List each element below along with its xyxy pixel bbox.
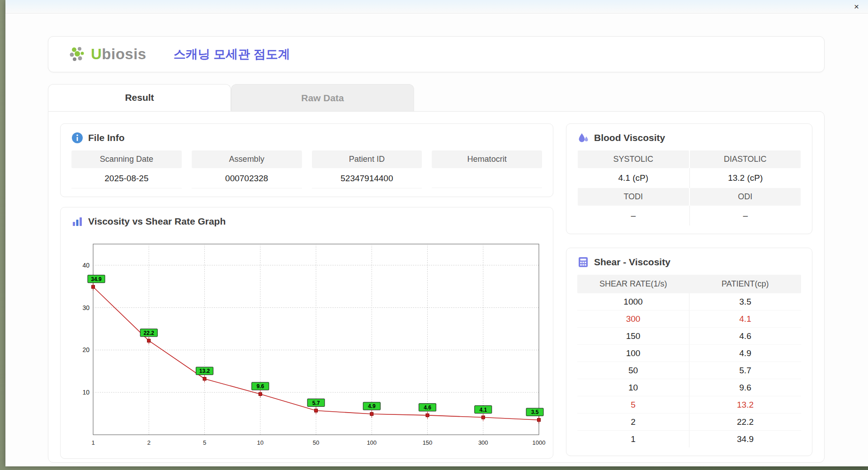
table-row: 222.2 — [577, 414, 801, 431]
tab-result[interactable]: Result — [48, 84, 231, 111]
point-label: 4.6 — [424, 404, 431, 411]
chart-point — [147, 339, 151, 342]
field-value — [432, 168, 542, 188]
todi-value: – — [577, 206, 689, 226]
graph-panel: Viscosity vs Shear Rate Graph 1020304012… — [60, 207, 553, 459]
todi-header: TODI — [578, 188, 689, 206]
patient-viscosity-cell: 4.9 — [689, 345, 801, 362]
odi-header: ODI — [690, 188, 801, 206]
field-value: 000702328 — [192, 168, 302, 188]
x-tick-label: 300 — [478, 439, 488, 446]
shear-rate-cell: 100 — [577, 345, 689, 362]
patient-viscosity-cell: 4.6 — [689, 328, 801, 344]
point-label: 9.6 — [256, 383, 264, 390]
tab-bar: Result Raw Data — [48, 84, 825, 111]
point-label: 13.2 — [199, 368, 210, 374]
chart-point — [203, 377, 206, 381]
shear-viscosity-panel: Shear - Viscosity SHEAR RATE(1/s) PATIEN… — [566, 248, 812, 456]
left-column: File Info Scanning Date2025-08-25Assembl… — [60, 123, 553, 451]
table-row: 3004.1 — [577, 310, 801, 328]
blood-viscosity-title: Blood Viscosity — [577, 132, 801, 144]
tab-raw-data[interactable]: Raw Data — [231, 84, 414, 111]
shear-rate-cell: 1 — [577, 431, 689, 447]
point-label: 4.1 — [479, 407, 487, 413]
x-tick-label: 2 — [147, 439, 151, 446]
y-tick-label: 10 — [82, 389, 90, 396]
field-label: Patient ID — [312, 150, 422, 168]
chart-point — [481, 416, 485, 419]
table-row: 513.2 — [577, 396, 801, 414]
diastolic-header: DIASTOLIC — [690, 150, 801, 168]
patient-column-header: PATIENT(cp) — [689, 275, 802, 293]
patient-viscosity-cell: 13.2 — [689, 396, 801, 413]
file-info-field: Scanning Date2025-08-25 — [71, 150, 182, 188]
shear-rate-cell: 50 — [577, 362, 689, 379]
systolic-value: 4.1 (cP) — [577, 168, 689, 188]
point-label: 3.5 — [531, 409, 539, 415]
point-label: 4.9 — [368, 403, 376, 409]
right-column: Blood Viscosity SYSTOLIC DIASTOLIC 4.1 (… — [566, 123, 812, 451]
app-window: × Ubiosis 스캐닝 모세관 점도계 Result Ra — [5, 0, 868, 466]
table-row: 109.6 — [577, 379, 801, 396]
shear-table-header: SHEAR RATE(1/s) PATIENT(cp) — [577, 275, 801, 293]
chart-point — [538, 418, 541, 422]
x-tick-label: 50 — [313, 439, 319, 446]
chart-point — [92, 285, 95, 288]
info-icon — [71, 132, 83, 144]
graph-title-text: Viscosity vs Shear Rate Graph — [88, 216, 226, 227]
chart-point — [426, 414, 429, 417]
header-card: Ubiosis 스캐닝 모세관 점도계 — [48, 36, 825, 72]
chart-point — [259, 392, 262, 395]
table-row: 10003.5 — [577, 293, 801, 310]
graph-title: Viscosity vs Shear Rate Graph — [71, 216, 542, 227]
field-label: Assembly — [192, 150, 302, 168]
result-panel: File Info Scanning Date2025-08-25Assembl… — [48, 111, 825, 463]
viscosity-chart-svg: 102030401251050100150300100034.922.213.2… — [72, 237, 546, 448]
viscosity-chart: 102030401251050100150300100034.922.213.2… — [71, 234, 542, 450]
patient-viscosity-cell: 34.9 — [689, 431, 801, 447]
shear-rate-column-header: SHEAR RATE(1/s) — [577, 275, 689, 293]
page-title: 스캐닝 모세관 점도계 — [174, 46, 290, 62]
shear-rate-cell: 1000 — [577, 293, 689, 310]
close-icon[interactable]: × — [851, 1, 862, 12]
systolic-header: SYSTOLIC — [578, 150, 689, 168]
field-label: Hematocrit — [432, 150, 542, 168]
blood-viscosity-title-text: Blood Viscosity — [594, 132, 665, 143]
content-area: Ubiosis 스캐닝 모세관 점도계 Result Raw Data — [5, 14, 868, 466]
patient-viscosity-cell: 9.6 — [689, 379, 801, 396]
chart-point — [370, 413, 373, 416]
x-tick-label: 5 — [203, 439, 206, 446]
field-label: Scanning Date — [71, 150, 182, 168]
ubiosis-leaf-icon — [68, 45, 86, 63]
bar-chart-icon — [71, 216, 83, 227]
patient-viscosity-cell: 4.1 — [689, 310, 801, 327]
shear-rate-cell: 2 — [577, 414, 689, 430]
water-drop-icon — [577, 132, 589, 144]
patient-viscosity-cell: 22.2 — [689, 414, 801, 430]
file-info-field: Assembly000702328 — [192, 150, 302, 188]
shear-table-body: 10003.53004.11504.61004.9505.7109.6513.2… — [577, 293, 801, 447]
y-tick-label: 20 — [82, 346, 90, 353]
x-tick-label: 100 — [367, 439, 377, 446]
table-row: 1004.9 — [577, 345, 801, 362]
point-label: 34.9 — [91, 276, 102, 282]
point-label: 22.2 — [144, 330, 155, 336]
file-info-field: Hematocrit — [432, 150, 542, 188]
file-info-panel: File Info Scanning Date2025-08-25Assembl… — [60, 123, 553, 197]
file-info-fields: Scanning Date2025-08-25Assembly000702328… — [71, 150, 542, 188]
table-row: 134.9 — [577, 431, 801, 447]
field-value: 52347914400 — [312, 168, 422, 188]
diastolic-value: 13.2 (cP) — [689, 168, 802, 188]
patient-viscosity-cell: 5.7 — [689, 362, 801, 379]
x-tick-label: 150 — [423, 439, 433, 446]
table-row: 505.7 — [577, 362, 801, 379]
chart-point — [315, 409, 318, 412]
calculator-icon — [577, 256, 589, 268]
shear-rate-cell: 5 — [577, 396, 689, 413]
shear-viscosity-title-text: Shear - Viscosity — [594, 257, 670, 268]
ubiosis-logo: Ubiosis — [68, 45, 146, 63]
logo-text: Ubiosis — [91, 46, 146, 63]
y-tick-label: 30 — [82, 304, 90, 311]
file-info-title: File Info — [71, 132, 542, 144]
patient-viscosity-cell: 3.5 — [689, 293, 801, 310]
